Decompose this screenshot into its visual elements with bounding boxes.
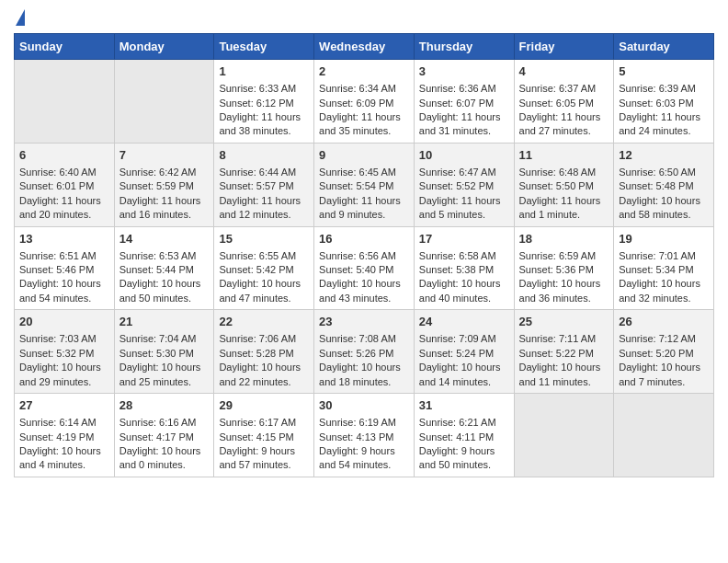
cell-line: and 35 minutes. — [319, 124, 409, 138]
cell-line: Sunrise: 6:42 AM — [119, 166, 210, 179]
cell-line: Sunset: 6:12 PM — [219, 97, 309, 110]
cell-line: Sunset: 5:28 PM — [219, 347, 309, 361]
cell-line: Daylight: 10 hours — [319, 277, 409, 291]
calendar-cell: 14Sunrise: 6:53 AMSunset: 5:44 PMDayligh… — [114, 226, 214, 310]
cell-line: and 50 minutes. — [119, 292, 210, 305]
calendar-cell: 9Sunrise: 6:45 AMSunset: 5:54 PMDaylight… — [314, 143, 415, 226]
day-number: 26 — [619, 314, 709, 330]
calendar-cell: 20Sunrise: 7:03 AMSunset: 5:32 PMDayligh… — [15, 310, 115, 394]
calendar-cell: 27Sunrise: 6:14 AMSunset: 4:19 PMDayligh… — [15, 394, 115, 477]
cell-line: Sunset: 5:59 PM — [119, 179, 210, 193]
col-header-sunday: Sunday — [15, 34, 115, 60]
calendar-row: 6Sunrise: 6:40 AMSunset: 6:01 PMDaylight… — [15, 143, 714, 226]
cell-line: Daylight: 10 hours — [19, 444, 109, 458]
cell-line: Daylight: 11 hours — [619, 110, 709, 124]
col-header-friday: Friday — [514, 34, 614, 60]
calendar-cell: 10Sunrise: 6:47 AMSunset: 5:52 PMDayligh… — [414, 143, 514, 226]
cell-line: Sunrise: 6:21 AM — [419, 416, 509, 430]
calendar-cell: 31Sunrise: 6:21 AMSunset: 4:11 PMDayligh… — [414, 394, 514, 477]
cell-line: Sunset: 4:19 PM — [19, 431, 109, 444]
cell-line: Sunrise: 6:34 AM — [319, 82, 409, 96]
calendar-cell: 17Sunrise: 6:58 AMSunset: 5:38 PMDayligh… — [414, 226, 514, 310]
cell-line: Daylight: 10 hours — [619, 277, 709, 291]
cell-line: Daylight: 11 hours — [319, 110, 409, 124]
cell-line: and 1 minute. — [519, 208, 609, 222]
cell-line: and 31 minutes. — [419, 124, 509, 138]
cell-line: Sunrise: 7:11 AM — [519, 332, 609, 346]
col-header-tuesday: Tuesday — [214, 34, 314, 60]
calendar-cell: 22Sunrise: 7:06 AMSunset: 5:28 PMDayligh… — [214, 310, 314, 394]
cell-line: Sunrise: 6:37 AM — [519, 82, 609, 96]
cell-line: Sunrise: 6:36 AM — [419, 82, 509, 96]
calendar-cell: 2Sunrise: 6:34 AMSunset: 6:09 PMDaylight… — [314, 60, 415, 144]
cell-line: Sunrise: 7:12 AM — [619, 332, 709, 346]
cell-line: Sunset: 5:22 PM — [519, 347, 609, 361]
cell-line: Sunset: 5:57 PM — [219, 179, 309, 193]
day-number: 29 — [219, 397, 309, 414]
cell-line: and 22 minutes. — [219, 375, 309, 389]
calendar-cell: 18Sunrise: 6:59 AMSunset: 5:36 PMDayligh… — [514, 226, 614, 310]
cell-line: and 4 minutes. — [19, 458, 109, 472]
cell-line: Sunset: 6:05 PM — [519, 97, 609, 110]
cell-line: Daylight: 10 hours — [419, 277, 509, 291]
cell-line: Daylight: 10 hours — [219, 361, 309, 374]
cell-line: Daylight: 11 hours — [419, 110, 509, 124]
day-number: 1 — [219, 63, 309, 80]
cell-line: and 54 minutes. — [319, 458, 409, 472]
cell-line: Sunrise: 6:59 AM — [519, 249, 609, 263]
day-number: 11 — [519, 147, 609, 164]
day-number: 9 — [319, 147, 409, 164]
cell-line: Sunrise: 6:33 AM — [219, 82, 309, 96]
cell-line: Sunrise: 6:53 AM — [119, 249, 210, 263]
cell-line: Sunset: 5:30 PM — [119, 347, 210, 361]
cell-line: and 12 minutes. — [219, 208, 309, 222]
cell-line: Sunset: 6:07 PM — [419, 97, 509, 110]
cell-line: Daylight: 10 hours — [519, 361, 609, 374]
cell-line: Sunset: 6:09 PM — [319, 97, 409, 110]
cell-line: Daylight: 9 hours — [419, 444, 509, 458]
cell-line: Sunset: 5:24 PM — [419, 347, 509, 361]
cell-line: Sunset: 5:32 PM — [19, 347, 109, 361]
cell-line: Sunrise: 7:03 AM — [19, 332, 109, 346]
cell-line: Daylight: 11 hours — [319, 194, 409, 208]
calendar-cell: 7Sunrise: 6:42 AMSunset: 5:59 PMDaylight… — [114, 143, 214, 226]
calendar-cell: 6Sunrise: 6:40 AMSunset: 6:01 PMDaylight… — [15, 143, 115, 226]
cell-line: Sunset: 6:03 PM — [619, 97, 709, 110]
cell-line: Sunrise: 7:06 AM — [219, 332, 309, 346]
cell-line: Daylight: 10 hours — [219, 277, 309, 291]
cell-line: and 36 minutes. — [519, 292, 609, 305]
cell-line: Sunset: 5:34 PM — [619, 263, 709, 277]
cell-line: and 50 minutes. — [419, 458, 509, 472]
cell-line: and 5 minutes. — [419, 208, 509, 222]
cell-line: Daylight: 11 hours — [519, 110, 609, 124]
calendar-cell: 4Sunrise: 6:37 AMSunset: 6:05 PMDaylight… — [514, 60, 614, 144]
cell-line: Daylight: 10 hours — [119, 444, 210, 458]
cell-line: and 54 minutes. — [19, 292, 109, 305]
cell-line: Sunset: 5:52 PM — [419, 179, 509, 193]
day-number: 16 — [319, 231, 409, 247]
day-number: 17 — [419, 231, 509, 247]
cell-line: Sunrise: 6:56 AM — [319, 249, 409, 263]
cell-line: Sunrise: 6:40 AM — [19, 166, 109, 179]
cell-line: Sunrise: 6:50 AM — [619, 166, 709, 179]
day-number: 31 — [419, 397, 509, 414]
day-number: 21 — [119, 314, 210, 330]
cell-line: Sunrise: 7:08 AM — [319, 332, 409, 346]
cell-line: Daylight: 10 hours — [119, 277, 210, 291]
calendar-cell: 16Sunrise: 6:56 AMSunset: 5:40 PMDayligh… — [314, 226, 415, 310]
logo — [14, 9, 25, 26]
day-number: 13 — [19, 231, 109, 247]
cell-line: Sunset: 5:50 PM — [519, 179, 609, 193]
cell-line: Daylight: 10 hours — [119, 361, 210, 374]
cell-line: Daylight: 10 hours — [619, 361, 709, 374]
cell-line: Sunrise: 6:19 AM — [319, 416, 409, 430]
cell-line: Sunrise: 7:01 AM — [619, 249, 709, 263]
day-number: 24 — [419, 314, 509, 330]
calendar-row: 27Sunrise: 6:14 AMSunset: 4:19 PMDayligh… — [15, 394, 714, 477]
cell-line: Sunset: 5:20 PM — [619, 347, 709, 361]
calendar-cell: 12Sunrise: 6:50 AMSunset: 5:48 PMDayligh… — [614, 143, 714, 226]
day-number: 30 — [319, 397, 409, 414]
calendar-cell — [614, 394, 714, 477]
cell-line: Sunrise: 6:17 AM — [219, 416, 309, 430]
cell-line: Daylight: 9 hours — [319, 444, 409, 458]
